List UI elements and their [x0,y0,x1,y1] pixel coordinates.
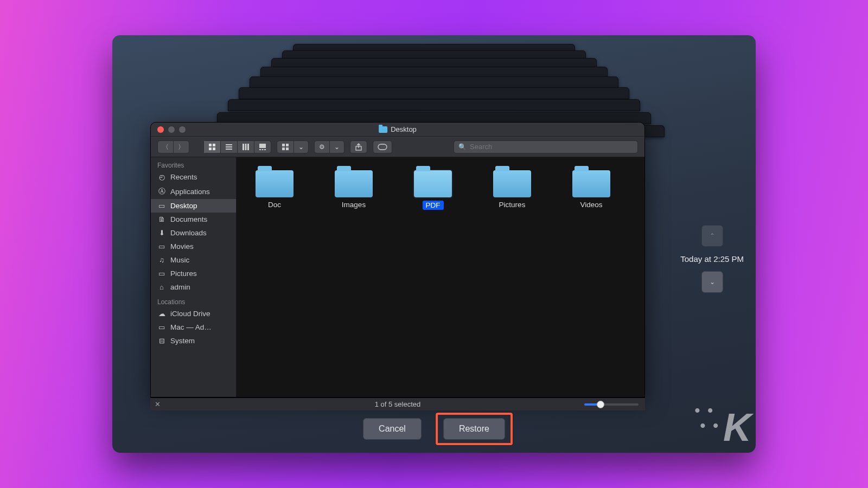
svg-rect-4 [226,144,232,145]
folder-item-videos[interactable]: Videos [564,167,618,210]
previous-snapshot-button[interactable]: ⌃ [701,225,723,247]
sidebar-item-documents[interactable]: 🗎 Documents [151,213,236,226]
sidebar-item-label: Documents [170,215,207,223]
svg-rect-14 [282,144,285,146]
sidebar-item-label: iCloud Drive [170,310,210,318]
time-machine-window: Desktop 〈 〉 [112,35,756,453]
share-button[interactable] [350,140,367,153]
clock-icon: ◴ [157,173,166,181]
home-icon: ⌂ [157,283,166,291]
sidebar-item-admin[interactable]: ⌂ admin [151,280,236,294]
search-input[interactable] [470,143,633,151]
close-icon[interactable]: ✕ [155,400,161,408]
applications-icon: Ⓐ [157,187,166,196]
gear-icon: ⚙ [319,144,325,150]
documents-icon: 🗎 [157,215,166,223]
window-title: Desktop [379,125,417,133]
action-dropdown[interactable]: ⚙ ⌄ [314,140,344,153]
folder-icon [379,126,387,133]
next-snapshot-button[interactable]: ⌄ [701,271,723,293]
search-icon: 🔍 [458,144,467,150]
sidebar-item-label: Mac — Ad… [170,323,212,331]
folder-icon [335,170,373,197]
annotation-highlight [436,413,513,445]
sidebar-item-recents[interactable]: ◴ Recents [151,170,236,184]
sidebar-item-label: System [170,337,195,345]
close-window-icon[interactable] [157,126,164,133]
folder-item-pictures[interactable]: Pictures [485,167,539,210]
nav-arrows: 〈 〉 [157,140,189,153]
folder-icon [414,170,452,197]
svg-rect-11 [259,149,261,150]
folder-icon [256,170,293,197]
list-view-button[interactable] [220,141,237,153]
sidebar-item-movies[interactable]: ▭ Movies [151,240,236,253]
svg-rect-10 [259,144,266,148]
sidebar-item-label: Downloads [170,229,207,237]
svg-rect-16 [282,147,285,150]
snapshot-timestamp: Today at 2:25 PM [680,254,744,264]
minimize-window-icon[interactable] [168,126,175,133]
back-button[interactable]: 〈 [157,140,174,153]
file-grid[interactable]: Doc Images PDF Pictures Videos [237,157,644,397]
sidebar-item-pictures[interactable]: ▭ Pictures [151,267,236,280]
computer-icon: ▭ [157,323,166,331]
zoom-window-icon[interactable] [179,126,186,133]
folder-icon [493,170,531,197]
sidebar-item-label: Desktop [170,202,197,210]
chevron-down-icon: ⌄ [710,279,715,285]
svg-rect-15 [286,144,289,146]
desktop-icon: ▭ [157,202,166,210]
icon-view-button[interactable] [204,141,220,153]
pictures-icon: ▭ [157,269,166,278]
column-view-button[interactable] [237,141,254,153]
cloud-icon: ☁ [157,310,166,318]
group-by-dropdown[interactable]: ⌄ [277,140,309,153]
disk-icon: ⊟ [157,337,166,345]
folder-label: Videos [580,201,602,209]
search-field[interactable]: 🔍 [454,140,638,153]
sidebar-item-applications[interactable]: Ⓐ Applications [151,184,236,199]
sidebar-item-label: admin [170,283,190,291]
sidebar: Favorites ◴ Recents Ⓐ Applications ▭ Des… [151,157,237,397]
titlebar: Desktop [151,123,644,137]
folder-item-images[interactable]: Images [327,167,381,210]
sidebar-item-system[interactable]: ⊟ System [151,334,236,348]
chevron-up-icon: ⌃ [710,233,715,239]
status-bar: ✕ 1 of 5 selected [150,397,645,410]
sidebar-item-label: Pictures [170,269,197,278]
forward-button[interactable]: 〉 [174,140,189,153]
sidebar-heading-favorites: Favorites [151,157,236,170]
sidebar-item-label: Music [170,256,189,264]
sidebar-item-icloud[interactable]: ☁ iCloud Drive [151,307,236,320]
sidebar-item-label: Applications [170,188,210,196]
sidebar-item-label: Recents [170,173,197,181]
svg-rect-19 [378,144,387,150]
view-mode-group [203,140,271,153]
sidebar-item-mac[interactable]: ▭ Mac — Ad… [151,320,236,334]
sidebar-item-music[interactable]: ♫ Music [151,253,236,267]
folder-item-doc[interactable]: Doc [247,167,302,210]
gallery-view-button[interactable] [254,141,271,153]
tags-button[interactable] [373,140,392,153]
svg-rect-1 [213,144,215,146]
svg-rect-7 [242,144,244,150]
selection-status: 1 of 5 selected [375,400,421,408]
svg-rect-2 [209,147,212,150]
folder-label: Pictures [499,201,526,209]
cancel-button[interactable]: Cancel [363,418,422,440]
svg-rect-17 [286,147,289,150]
folder-label: Doc [268,201,281,209]
snapshot-timeline: ⌃ Today at 2:25 PM ⌄ [680,225,744,293]
svg-rect-13 [264,149,266,150]
sidebar-item-downloads[interactable]: ⬇ Downloads [151,226,236,240]
folder-item-pdf[interactable]: PDF [406,167,460,210]
sidebar-heading-locations: Locations [151,294,236,307]
sidebar-item-label: Movies [170,242,194,251]
svg-rect-8 [245,144,247,150]
watermark-logo: • •• • K [695,403,750,450]
icon-size-slider[interactable] [584,403,639,406]
svg-rect-5 [226,146,232,147]
sidebar-item-desktop[interactable]: ▭ Desktop [151,199,236,213]
action-buttons: Cancel Restore [363,418,505,440]
